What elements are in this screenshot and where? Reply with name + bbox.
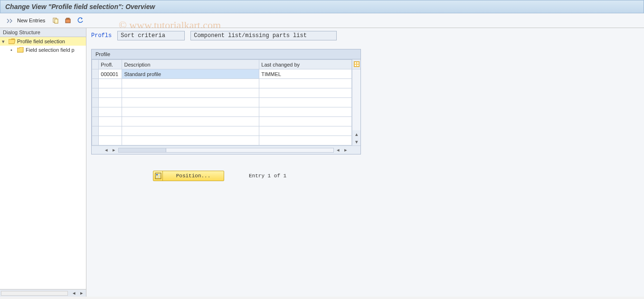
scroll-left-icon[interactable]: ◂ [71, 290, 77, 296]
row-selector[interactable] [92, 69, 99, 79]
copy-icon[interactable] [51, 16, 60, 25]
folder-open-icon [9, 39, 15, 44]
sidebar-horizontal-scrollbar[interactable]: ◂ ▸ [0, 289, 86, 297]
new-entries-button[interactable]: New Entries [17, 18, 45, 23]
table-row[interactable] [92, 107, 352, 117]
sort-criteria-field[interactable]: Sort criteria [117, 31, 185, 40]
cell-profl[interactable]: 000001 [99, 69, 122, 79]
position-button[interactable]: Position... [153, 171, 224, 181]
scroll-down-icon[interactable]: ▾ [352, 138, 360, 145]
undo-icon[interactable] [76, 16, 85, 25]
table-row[interactable] [92, 117, 352, 126]
tree-expand-icon[interactable]: ▾ [2, 39, 7, 45]
position-icon [153, 171, 163, 181]
delete-icon[interactable] [63, 16, 73, 25]
row-selector-header[interactable] [92, 60, 99, 69]
toolbar: New Entries [0, 13, 644, 28]
svg-rect-7 [355, 65, 356, 66]
profls-label: Profls [91, 32, 112, 39]
grid-title: Profile [92, 49, 360, 59]
column-last-changed[interactable]: Last changed by [259, 60, 352, 69]
tree-node-profile-field-selection[interactable]: ▾ Profile field selection [0, 37, 86, 46]
table-row[interactable] [92, 88, 352, 98]
scrollbar-track[interactable] [352, 69, 360, 130]
grid-footer: Position... Entry 1 of 1 [91, 171, 639, 181]
profile-table[interactable]: Profl. Description Last changed by 00000… [92, 59, 352, 145]
main-area: Profls Sort criteria Component list/miss… [86, 28, 644, 297]
tree-bullet-icon: • [10, 47, 15, 53]
profile-grid: Profile Profl. Description Last changed … [91, 49, 361, 154]
position-button-label: Position... [163, 173, 224, 179]
svg-rect-13 [159, 176, 160, 178]
scrollbar-thumb[interactable] [119, 148, 166, 152]
svg-rect-9 [155, 173, 161, 179]
svg-rect-8 [357, 65, 359, 66]
table-row[interactable] [92, 98, 352, 107]
column-description[interactable]: Description [122, 60, 259, 69]
entry-count: Entry 1 of 1 [249, 173, 286, 179]
dialog-structure-title: Dialog Structure [0, 28, 86, 37]
grid-vertical-scrollbar[interactable]: ▴ ▾ [352, 59, 360, 145]
tree-node-field-selection[interactable]: • Field selection field p [0, 46, 86, 54]
table-row[interactable] [92, 79, 352, 88]
svg-rect-3 [66, 18, 69, 19]
page-title: Change View "Profile field selection": O… [0, 0, 644, 13]
scrollbar-track[interactable] [118, 148, 334, 153]
table-settings-icon[interactable] [352, 59, 360, 69]
svg-rect-1 [55, 19, 58, 23]
svg-rect-6 [357, 62, 359, 64]
scroll-right-icon[interactable]: ▸ [111, 147, 117, 153]
column-profl[interactable]: Profl. [99, 60, 122, 69]
expand-icon[interactable] [5, 16, 14, 25]
tree-node-label: Field selection field p [26, 47, 75, 53]
svg-rect-10 [156, 174, 158, 175]
table-row[interactable] [92, 126, 352, 136]
dialog-structure-panel: Dialog Structure ▾ Profile field selecti… [0, 28, 86, 297]
folder-icon [17, 47, 24, 53]
scroll-up-icon[interactable]: ▴ [352, 130, 360, 138]
table-row[interactable]: 000001 Standard profile TIMMEL [92, 69, 352, 79]
svg-rect-2 [66, 19, 70, 23]
svg-rect-5 [355, 62, 356, 64]
svg-rect-11 [159, 174, 160, 175]
scroll-right-icon[interactable]: ▸ [342, 147, 349, 153]
tree[interactable]: ▾ Profile field selection • Field select… [0, 37, 86, 289]
table-row[interactable] [92, 136, 352, 145]
scroll-left-icon[interactable]: ◂ [335, 147, 341, 153]
scroll-right-icon[interactable]: ▸ [78, 290, 85, 296]
tree-node-label: Profile field selection [17, 39, 65, 44]
scrollbar-track[interactable] [1, 291, 68, 296]
scroll-left-icon[interactable]: ◂ [103, 147, 110, 153]
cell-description[interactable]: Standard profile [122, 69, 259, 79]
component-list-field[interactable]: Component list/missing parts list [190, 31, 337, 40]
svg-rect-12 [156, 176, 158, 178]
grid-horizontal-scrollbar[interactable]: ◂ ▸ ◂ ▸ [92, 145, 360, 154]
cell-last-changed[interactable]: TIMMEL [259, 69, 352, 79]
svg-rect-4 [354, 61, 360, 67]
filter-row: Profls Sort criteria Component list/miss… [91, 31, 639, 40]
